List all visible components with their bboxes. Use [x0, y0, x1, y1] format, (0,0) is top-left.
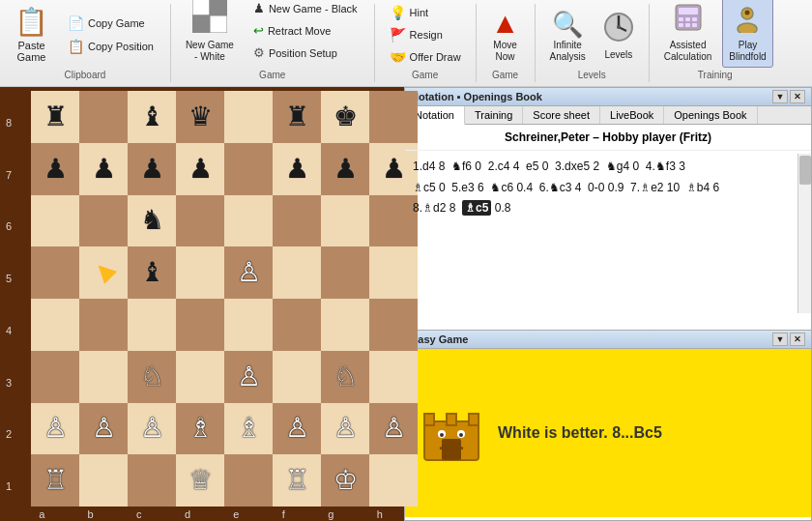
square[interactable]: ♘ — [128, 351, 176, 403]
easygame-minimize-button[interactable]: ▼ — [772, 333, 788, 346]
hint-button[interactable]: 💡 Hint — [383, 2, 436, 23]
square[interactable] — [31, 351, 79, 403]
square[interactable] — [31, 246, 79, 299]
notation-close-button[interactable]: ✕ — [790, 90, 805, 103]
square[interactable] — [224, 143, 273, 195]
square[interactable]: ♙ — [273, 403, 321, 455]
chess-board[interactable]: ♜♝♛♜♚♟♟♟♟♟♟♟♞▶♝♙♘♙♘♙♙♙♗♗♙♙♙♖♕♖♔ — [31, 91, 418, 507]
chess-piece: ♟ — [176, 143, 224, 195]
new-game-white-button[interactable]: New Game- White — [179, 0, 241, 68]
position-setup-button[interactable]: ⚙ Position Setup — [246, 43, 364, 63]
square[interactable] — [321, 246, 369, 299]
square[interactable] — [273, 246, 321, 299]
offer-draw-button[interactable]: 🤝 Offer Draw — [383, 46, 468, 68]
square[interactable] — [31, 299, 79, 351]
copy-game-icon: 📄 — [68, 15, 84, 31]
retract-move-button[interactable]: ↩ Retract Move — [246, 20, 364, 41]
square[interactable] — [369, 351, 418, 403]
copy-position-icon: 📋 — [68, 39, 84, 54]
square[interactable]: ♜ — [31, 91, 79, 143]
move-now-button[interactable]: ▲ MoveNow — [484, 2, 527, 68]
square[interactable]: ♕ — [176, 454, 224, 507]
square[interactable]: ♟ — [321, 143, 369, 195]
offer-draw-icon: 🤝 — [390, 49, 406, 65]
square[interactable] — [321, 299, 369, 351]
svg-rect-13 — [679, 23, 683, 27]
levels-group-label: Levels — [578, 68, 606, 82]
svg-rect-15 — [692, 23, 697, 27]
copy-game-button[interactable]: 📄 Copy Game — [61, 13, 160, 34]
svg-point-27 — [459, 433, 463, 437]
square[interactable]: ♚ — [321, 91, 369, 143]
paste-game-button[interactable]: 📋 PasteGame — [8, 1, 55, 68]
copy-position-button[interactable]: 📋 Copy Position — [61, 36, 160, 57]
easygame-panel: Easy Game ▼ ✕ — [404, 331, 812, 521]
square[interactable]: ♜ — [273, 91, 321, 143]
square[interactable] — [369, 454, 418, 507]
right-panel: Notation ▪ Openings Book ▼ ✕ Notation Tr… — [404, 87, 812, 521]
square[interactable] — [273, 299, 321, 351]
square[interactable]: ♙ — [128, 403, 176, 455]
square[interactable] — [176, 351, 224, 403]
square[interactable] — [79, 454, 128, 507]
square[interactable]: ♛ — [176, 91, 224, 143]
square[interactable] — [224, 195, 273, 247]
new-game-black-button[interactable]: ♟ New Game - Black — [246, 0, 364, 18]
square[interactable]: ♟ — [176, 143, 224, 195]
square[interactable]: ♗ — [176, 403, 224, 455]
square[interactable]: ♙ — [224, 246, 273, 299]
square[interactable] — [176, 299, 224, 351]
square[interactable]: ♞ — [128, 195, 176, 247]
square[interactable] — [128, 299, 176, 351]
notation-minimize-button[interactable]: ▼ — [772, 90, 788, 103]
square[interactable] — [321, 195, 369, 247]
square[interactable]: ♙ — [31, 403, 79, 455]
square[interactable]: ♗ — [224, 403, 273, 455]
assisted-calc-button[interactable]: AssistedCalculation — [657, 0, 718, 68]
square[interactable]: ♔ — [321, 454, 369, 507]
chess-piece: ♘ — [128, 351, 176, 403]
square[interactable] — [79, 351, 128, 403]
square[interactable]: ♙ — [321, 403, 369, 455]
svg-rect-10 — [679, 17, 683, 21]
infinite-analysis-button[interactable]: 🔍 InfiniteAnalysis — [543, 5, 593, 68]
square[interactable] — [224, 299, 273, 351]
play-blindfold-button[interactable]: PlayBlindfold — [722, 0, 772, 68]
square[interactable]: ♟ — [273, 143, 321, 195]
square[interactable] — [128, 454, 176, 507]
easygame-close-button[interactable]: ✕ — [790, 333, 805, 346]
square[interactable] — [79, 195, 128, 247]
square[interactable]: ♝ — [128, 91, 176, 143]
tab-score-sheet[interactable]: Score sheet — [523, 106, 600, 124]
square[interactable] — [273, 351, 321, 403]
tab-training[interactable]: Training — [465, 106, 523, 124]
chess-piece: ♟ — [273, 143, 321, 195]
square[interactable]: ♖ — [273, 454, 321, 507]
square[interactable] — [79, 91, 128, 143]
square[interactable]: ♙ — [224, 351, 273, 403]
square[interactable]: ♘ — [321, 351, 369, 403]
square[interactable]: ♖ — [31, 454, 79, 507]
square[interactable]: ♟ — [79, 143, 128, 195]
svg-point-26 — [440, 433, 444, 437]
square[interactable]: ♝ — [128, 246, 176, 299]
square[interactable] — [176, 195, 224, 247]
square[interactable] — [273, 195, 321, 247]
notation-scrollbar[interactable] — [798, 154, 811, 313]
svg-rect-12 — [692, 17, 697, 21]
levels-button[interactable]: Levels — [596, 7, 641, 65]
tab-openings-book[interactable]: Openings Book — [664, 106, 757, 124]
chess-piece: ♙ — [79, 403, 128, 455]
square[interactable] — [224, 91, 273, 143]
square[interactable]: ▶ — [79, 246, 128, 299]
tab-livebook[interactable]: LiveBook — [600, 106, 664, 124]
resign-button[interactable]: 🚩 Resign — [383, 24, 450, 45]
square[interactable]: ♟ — [128, 143, 176, 195]
square[interactable] — [224, 454, 273, 507]
square[interactable]: ♟ — [31, 143, 79, 195]
square[interactable]: ♙ — [79, 403, 128, 455]
square[interactable] — [176, 246, 224, 299]
square[interactable] — [79, 299, 128, 351]
square[interactable]: ♙ — [369, 403, 418, 455]
square[interactable] — [31, 195, 79, 247]
